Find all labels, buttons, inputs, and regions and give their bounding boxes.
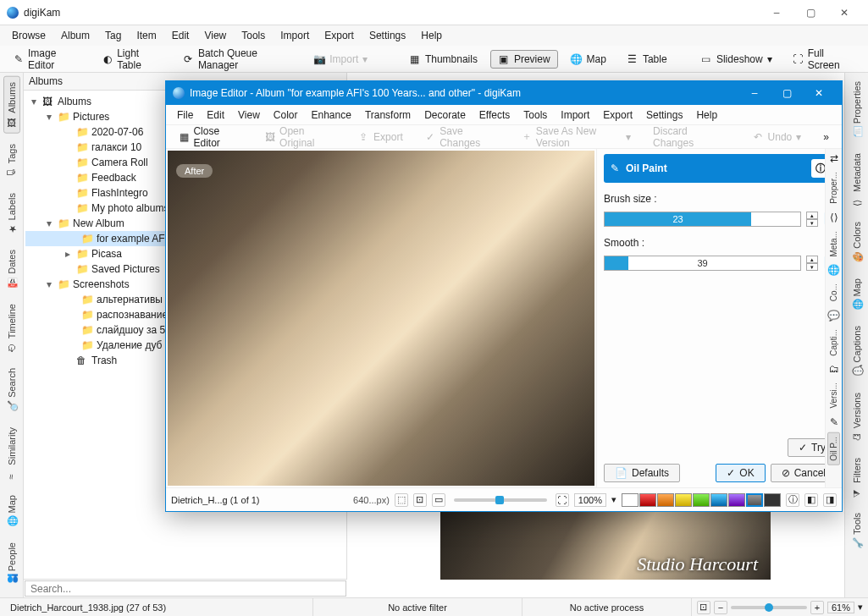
brush-size-spinner[interactable]: ▴▾ — [806, 212, 818, 227]
menu-album[interactable]: Album — [54, 27, 97, 44]
code-icon: ⟨⟩ — [830, 212, 838, 223]
ertab-metadata[interactable]: Meta... — [828, 228, 839, 261]
ertab-captions[interactable]: Capti... — [828, 326, 839, 360]
open-original-button: 🖼Open Original — [257, 122, 343, 152]
emenu-color[interactable]: Color — [268, 107, 304, 124]
check-icon: ✓ — [799, 442, 807, 454]
ertab-co[interactable]: Co... — [828, 280, 839, 305]
emenu-tools[interactable]: Tools — [517, 107, 553, 124]
menu-settings[interactable]: Settings — [362, 27, 412, 44]
preview-button[interactable]: ▣Preview — [490, 50, 558, 69]
smooth-slider[interactable]: 39 — [604, 256, 801, 271]
editor-canvas[interactable]: After — [168, 151, 594, 486]
overflow-button[interactable]: » — [815, 128, 837, 146]
menu-tag[interactable]: Tag — [98, 27, 128, 44]
emenu-settings[interactable]: Settings — [640, 107, 688, 124]
ertab-properties[interactable]: Proper... — [828, 168, 839, 207]
zoom-expand-icon[interactable]: ⛶ — [556, 493, 569, 507]
ertab-versions[interactable]: Versi... — [828, 379, 839, 412]
vtab-labels[interactable]: ★Labels — [4, 188, 19, 239]
table-button[interactable]: ☰Table — [619, 50, 675, 69]
vtab-tags[interactable]: 🏷Tags — [4, 139, 19, 183]
fullscreen-button[interactable]: ⛶Full Screen — [785, 44, 863, 74]
main-menubar: Browse Album Tag Item Edit View Tools Im… — [0, 25, 868, 46]
ok-button[interactable]: ✓OK — [716, 464, 765, 482]
menu-help[interactable]: Help — [414, 27, 449, 44]
zoom-out-icon[interactable]: − — [714, 601, 727, 614]
vtab-timeline[interactable]: ⏱Timeline — [4, 299, 19, 358]
emenu-file[interactable]: File — [171, 107, 199, 124]
folder-icon: 📁 — [76, 187, 88, 199]
search-icon: 🔍 — [6, 400, 18, 412]
vtab-dates[interactable]: 📅Dates — [4, 245, 19, 294]
info-icon[interactable]: ⓘ — [786, 493, 799, 507]
fit-window-icon[interactable]: ⊡ — [413, 493, 427, 507]
close-button[interactable]: ✕ — [827, 1, 861, 25]
editor-titlebar[interactable]: Image Editor - Album "for example AFI's … — [166, 81, 842, 105]
emenu-enhance[interactable]: Enhance — [306, 107, 357, 124]
batch-queue-button[interactable]: ⟳Batch Queue Manager — [175, 44, 301, 74]
import-button[interactable]: 📷Import▾ — [306, 50, 375, 69]
menu-import[interactable]: Import — [274, 27, 316, 44]
color-label-strip[interactable] — [622, 493, 781, 507]
menu-browse[interactable]: Browse — [5, 27, 53, 44]
statusbar: Dietrich_Harcourt_1938.jpg (27 of 53) No… — [0, 597, 868, 616]
editor-zoom-slider[interactable] — [454, 498, 547, 502]
vtab-filters[interactable]: ⧩Filters — [849, 453, 865, 503]
zoom-slider[interactable] — [731, 606, 807, 609]
menu-edit[interactable]: Edit — [165, 27, 196, 44]
light-table-button[interactable]: ◐Light Table — [94, 44, 170, 74]
vtab-search[interactable]: 🔍Search — [4, 363, 19, 417]
map-button[interactable]: 🌐Map — [563, 50, 614, 69]
menu-export[interactable]: Export — [318, 27, 361, 44]
emenu-help[interactable]: Help — [690, 107, 723, 124]
defaults-button[interactable]: 📄Defaults — [604, 464, 680, 482]
maximize-button[interactable]: ▢ — [793, 1, 827, 25]
ertab-oilpaint[interactable]: Oil P... — [827, 432, 840, 465]
thumbnails-button[interactable]: ▦Thumbnails — [401, 50, 485, 69]
editor-maximize-button[interactable]: ▢ — [771, 82, 803, 104]
editor-close-button[interactable]: ✕ — [803, 82, 835, 104]
vtab-map[interactable]: 🌐Map — [4, 490, 19, 532]
caption-icon: 💬 — [827, 310, 840, 322]
emenu-import[interactable]: Import — [555, 107, 595, 124]
vtab-map-r[interactable]: 🌐Map — [849, 273, 865, 316]
over-exposure-icon[interactable]: ◧ — [804, 493, 818, 507]
zoom-100-icon[interactable]: ▭ — [432, 493, 445, 507]
search-input[interactable] — [25, 580, 346, 597]
vtab-tools[interactable]: 🔧Tools — [849, 508, 865, 554]
vtab-metadata[interactable]: ⟨⟩Metadata — [849, 148, 865, 212]
emenu-decorate[interactable]: Decorate — [418, 107, 472, 124]
emenu-view[interactable]: View — [232, 107, 266, 124]
image-editor-button[interactable]: ✎Image Editor — [5, 44, 89, 74]
after-badge: After — [176, 164, 213, 178]
emenu-effects[interactable]: Effects — [473, 107, 516, 124]
minimize-button[interactable]: – — [760, 1, 793, 25]
emenu-edit[interactable]: Edit — [201, 107, 230, 124]
pin-icon[interactable]: ⇄ — [830, 152, 838, 164]
zoom-fit-icon[interactable]: ⊡ — [697, 601, 710, 614]
vtab-people[interactable]: 👥People — [4, 537, 19, 591]
editor-minimize-button[interactable]: – — [738, 82, 771, 104]
vtab-colors[interactable]: 🎨Colors — [849, 217, 865, 268]
vtab-captions[interactable]: 💬Captions — [849, 321, 865, 382]
close-editor-button[interactable]: ▦Close Editor — [171, 122, 251, 152]
select-icon[interactable]: ⬚ — [395, 493, 408, 507]
vtab-albums[interactable]: 🖼Albums — [3, 76, 20, 134]
brush-size-slider[interactable]: 23 — [604, 212, 801, 227]
vtab-properties[interactable]: 📄Properties — [849, 76, 865, 143]
editor-zoom-value[interactable]: 100% — [574, 493, 606, 507]
menu-item[interactable]: Item — [130, 27, 163, 44]
menu-tools[interactable]: Tools — [235, 27, 272, 44]
under-exposure-icon[interactable]: ◨ — [823, 493, 837, 507]
emenu-export[interactable]: Export — [597, 107, 639, 124]
vtab-similarity[interactable]: ≈Similarity — [4, 422, 19, 485]
zoom-in-icon[interactable]: + — [810, 601, 824, 614]
brush-icon: ✎ — [611, 162, 619, 174]
smooth-spinner[interactable]: ▴▾ — [806, 256, 818, 271]
vtab-versions[interactable]: 🗂Versions — [849, 388, 865, 448]
emenu-transform[interactable]: Transform — [359, 107, 417, 124]
slideshow-button[interactable]: ▭Slideshow▾ — [693, 50, 780, 69]
menu-view[interactable]: View — [197, 27, 233, 44]
editor-title: Image Editor - Album "for example AFI's … — [190, 87, 738, 99]
